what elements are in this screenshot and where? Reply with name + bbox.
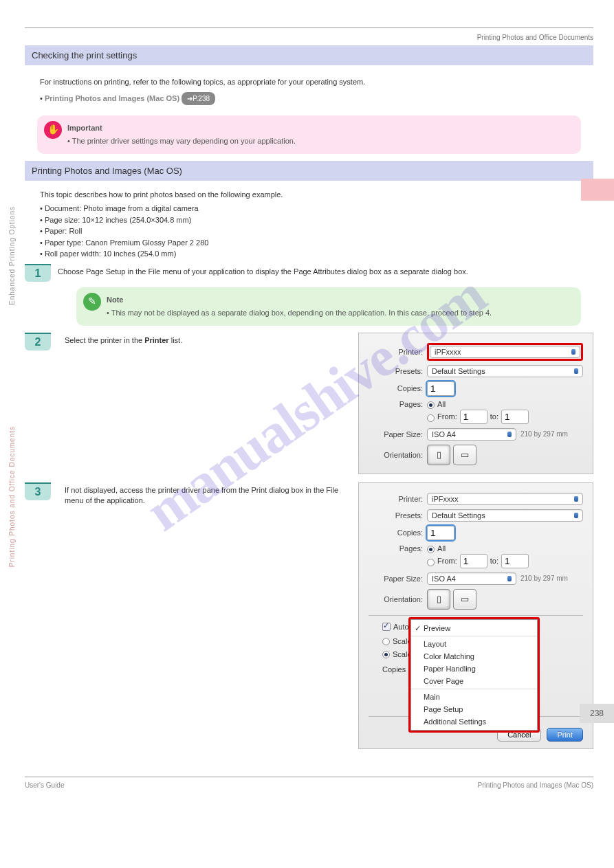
side-tab-photos: Printing Photos and Office Documents — [8, 426, 16, 567]
printer-select-2[interactable]: iPFxxxx — [427, 493, 583, 505]
menu-color-matching[interactable]: Color Matching — [411, 650, 537, 663]
pages-from-input-2[interactable] — [460, 554, 487, 568]
pages-label: Pages: — [369, 400, 427, 408]
radio-from-2[interactable] — [427, 559, 435, 566]
page-ref-badge[interactable]: ➔P.238 — [182, 92, 215, 105]
header-right-caption: Printing Photos and Office Documents — [25, 34, 593, 41]
link-mac-os-photos[interactable]: Printing Photos and Images (Mac OS) — [45, 94, 179, 102]
papersize-select[interactable]: ISO A4 — [427, 428, 516, 441]
print-dialog: Printer: iPFxxxx Presets: Default Settin… — [358, 482, 593, 749]
menu-page-setup[interactable]: Page Setup — [411, 703, 537, 715]
pages-to-label: to: — [490, 412, 498, 421]
pencil-icon: ✎ — [83, 293, 101, 311]
pages-all-text: All — [437, 400, 446, 408]
pages-to-input-2[interactable] — [501, 554, 529, 568]
papersize-label: Paper Size: — [369, 430, 427, 438]
section-bar-check-settings: Checking the print settings — [25, 45, 593, 65]
orientation-portrait-button-2[interactable]: ▯ — [427, 589, 450, 610]
pages-from-input[interactable] — [460, 410, 487, 424]
menu-preview[interactable]: Preview — [411, 622, 537, 634]
sec2-intro-line: This topic describes how to print photos… — [40, 189, 578, 201]
note-callout: ✎ Note • This may not be displayed as a … — [76, 287, 581, 326]
orientation-label-2: Orientation: — [369, 595, 427, 603]
presets-label: Presets: — [369, 367, 427, 375]
ex-e: Roll paper width: 10 inches (254.0 mm) — [45, 249, 176, 258]
printer-label-2: Printer: — [369, 495, 427, 503]
orientation-label: Orientation: — [369, 451, 427, 459]
pane-popup-menu[interactable]: Preview Layout Color Matching Paper Hand… — [410, 619, 538, 731]
important-label: Important — [67, 122, 571, 134]
step2-text: Select the printer in the Printer list. — [65, 333, 351, 346]
step-badge-2: 2 — [25, 333, 51, 350]
ex-b: Page size: 10×12 inches (254.0×304.8 mm) — [45, 216, 191, 224]
papersize-hint: 210 by 297 mm — [520, 430, 568, 438]
side-tab-enhanced: Enhanced Printing Options — [8, 206, 16, 305]
sec1-intro: For instructions on printing, refer to t… — [40, 76, 578, 88]
radio-all[interactable] — [427, 401, 435, 409]
copies-label-2: Copies: — [369, 528, 427, 537]
side-color-tab — [581, 179, 614, 201]
presets-label-2: Presets: — [369, 511, 427, 520]
step-badge-3: 3 — [25, 482, 51, 500]
copies-input-2[interactable] — [427, 526, 454, 540]
copies-label-lower: Copies — [382, 665, 406, 674]
hand-stop-icon: ✋ — [44, 121, 62, 139]
ex-c: Paper: Roll — [45, 227, 82, 235]
auto-label: Auto — [393, 623, 409, 631]
pages-from-label-2: From: — [437, 557, 457, 565]
orientation-portrait-button[interactable]: ▯ — [427, 445, 450, 465]
radio-all-2[interactable] — [427, 546, 435, 553]
papersize-hint-2: 210 by 297 mm — [520, 575, 568, 582]
presets-select-2[interactable]: Default Settings — [427, 509, 583, 522]
orientation-landscape-button[interactable]: ▭ — [453, 445, 476, 465]
presets-select[interactable]: Default Settings — [427, 365, 583, 377]
note-label: Note — [107, 294, 571, 306]
dialog-divider — [369, 615, 583, 616]
note-text: This may not be displayed as a separate … — [111, 309, 492, 317]
pages-to-input[interactable] — [501, 410, 529, 424]
scale-radio-1[interactable] — [382, 638, 390, 645]
ex-d: Paper type: Canon Premium Glossy Paper 2… — [45, 238, 208, 247]
section2-intro: This topic describes how to print photos… — [25, 185, 593, 261]
important-callout: ✋ Important • The printer driver setting… — [37, 115, 581, 154]
footer: User's Guide Printing Photos and Images … — [25, 777, 593, 789]
pages-all-text-2: All — [437, 544, 446, 553]
important-text: The printer driver settings may vary dep… — [72, 137, 296, 145]
page-number-tab: 238 — [580, 704, 614, 723]
papersize-select-2[interactable]: ISO A4 — [427, 572, 516, 585]
menu-paper-handling[interactable]: Paper Handling — [411, 663, 537, 675]
print-button[interactable]: Print — [547, 728, 583, 742]
menu-cover-page[interactable]: Cover Page — [411, 675, 537, 687]
auto-checkbox[interactable] — [382, 623, 391, 631]
menu-additional-settings[interactable]: Additional Settings — [411, 715, 537, 728]
pages-from-label: From: — [437, 412, 457, 421]
page-attributes-dialog: Printer: iPFxxxx Presets: Default Settin… — [358, 333, 593, 474]
step3-text: If not displayed, access the printer dri… — [65, 482, 351, 507]
footer-right: Printing Photos and Images (Mac OS) — [478, 781, 593, 789]
radio-from[interactable] — [427, 414, 435, 422]
step1-text: Choose Page Setup in the File menu of yo… — [58, 264, 593, 278]
printer-label: Printer: — [369, 348, 427, 356]
step-badge-1: 1 — [25, 264, 51, 282]
section1-body: For instructions on printing, refer to t… — [25, 69, 593, 112]
orientation-landscape-button-2[interactable]: ▭ — [453, 589, 476, 610]
menu-main[interactable]: Main — [411, 691, 537, 703]
scale-radio-2[interactable] — [382, 651, 390, 658]
menu-layout[interactable]: Layout — [411, 638, 537, 650]
pages-label-2: Pages: — [369, 544, 427, 553]
papersize-label-2: Paper Size: — [369, 575, 427, 583]
pages-to-label-2: to: — [490, 557, 498, 565]
ex-a: Document: Photo image from a digital cam… — [45, 204, 199, 212]
section-bar-mac-photos: Printing Photos and Images (Mac OS) — [25, 161, 593, 181]
top-divider — [25, 27, 593, 28]
copies-label: Copies: — [369, 384, 427, 392]
copies-input[interactable] — [427, 381, 454, 396]
printer-select[interactable]: iPFxxxx — [430, 346, 580, 358]
footer-left: User's Guide — [25, 781, 65, 789]
